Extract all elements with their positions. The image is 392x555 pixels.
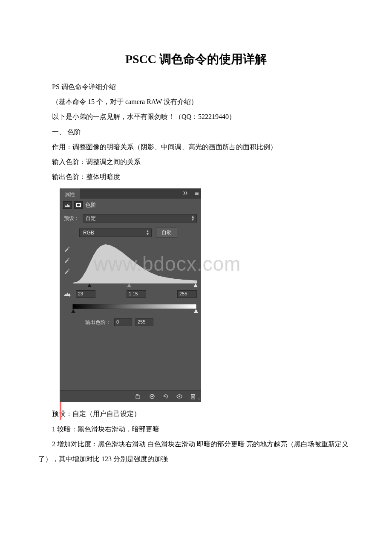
dropdown-stepper-icon: ▲▼ <box>191 215 195 221</box>
svg-point-13 <box>179 396 180 397</box>
auto-button[interactable]: 自动 <box>156 228 177 237</box>
panel-empty-area <box>60 330 201 390</box>
preset-label: 预设： <box>64 215 79 222</box>
output-white-slider[interactable] <box>194 309 198 313</box>
article-body: PS 调色命令详细介绍 （基本命令 15 个，对于 camera RAW 没有介… <box>38 79 354 184</box>
svg-rect-6 <box>68 257 70 260</box>
paragraph: 预设：自定（用户自己设定） <box>38 406 354 421</box>
input-gamma-field[interactable]: 1.15 <box>127 290 146 298</box>
channel-select[interactable]: RGB ▲▼ <box>79 228 152 237</box>
output-black-field[interactable]: 0 <box>114 318 132 326</box>
output-label: 输出色阶： <box>85 319 111 326</box>
paragraph: 2 增加对比度：黑色滑块右滑动 白色滑块左滑动 即暗的部分更暗 亮的地方越亮（黑… <box>38 436 354 466</box>
output-black-slider[interactable] <box>71 309 75 313</box>
svg-rect-1 <box>195 193 199 194</box>
input-black-slider[interactable] <box>87 283 92 287</box>
page-title: PSCC 调色命令的使用详解 <box>38 51 354 67</box>
clip-to-layer-icon[interactable] <box>135 393 142 400</box>
tab-properties[interactable]: 属性 <box>60 188 80 199</box>
resize-grip-icon[interactable] <box>196 397 200 401</box>
input-white-field[interactable]: 255 <box>177 290 197 298</box>
dropdown-stepper-icon: ▲▼ <box>146 230 150 236</box>
preset-value: 自定 <box>86 215 96 222</box>
svg-rect-14 <box>191 395 195 399</box>
adjustment-title: 色阶 <box>85 201 96 209</box>
reset-icon[interactable] <box>162 393 170 400</box>
svg-text:A: A <box>68 294 70 297</box>
svg-rect-0 <box>195 192 199 193</box>
paragraph: 以下是小弟的一点见解，水平有限勿喷！（QQ：522219440） <box>38 109 354 124</box>
properties-panel: 属性 色阶 预设 <box>60 188 201 402</box>
panel-tabbar: 属性 <box>60 188 201 199</box>
input-white-slider[interactable] <box>193 283 198 287</box>
svg-rect-9 <box>136 396 140 399</box>
collapse-icon[interactable] <box>183 191 188 196</box>
paragraph: （基本命令 15 个，对于 camera RAW 没有介绍） <box>38 94 354 109</box>
panel-footer <box>60 390 201 402</box>
svg-rect-15 <box>191 394 195 395</box>
output-gradient <box>72 304 197 309</box>
screenshot-levels-panel: 属性 色阶 预设 <box>60 188 354 402</box>
view-previous-icon[interactable] <box>148 393 156 400</box>
paragraph: PS 调色命令详细介绍 <box>38 79 354 94</box>
panel-menu-icon[interactable] <box>193 191 199 196</box>
white-point-eyedropper[interactable] <box>62 266 72 276</box>
input-gamma-slider[interactable] <box>127 283 131 287</box>
paragraph: 一、 色阶 <box>38 124 354 139</box>
visibility-icon[interactable] <box>176 393 183 400</box>
output-white-field[interactable]: 255 <box>135 318 153 326</box>
article-body-cont: 预设：自定（用户自己设定） 1 较暗：黑色滑块右滑动，暗部更暗 2 增加对比度：… <box>38 406 354 466</box>
black-point-eyedropper[interactable] <box>62 244 72 254</box>
preset-select[interactable]: 自定 ▲▼ <box>83 214 197 223</box>
svg-point-4 <box>77 204 80 206</box>
paragraph: 1 较暗：黑色滑块右滑动，暗部更暗 <box>38 422 354 436</box>
paragraph: 输入色阶：调整调之间的关系 <box>38 154 354 169</box>
histogram <box>73 243 197 283</box>
levels-icon <box>63 201 72 209</box>
svg-rect-7 <box>68 269 70 271</box>
gray-point-eyedropper[interactable] <box>62 255 72 265</box>
svg-rect-2 <box>195 194 199 195</box>
paragraph: 输出色阶：整体明暗度 <box>38 169 354 184</box>
input-black-field[interactable]: 23 <box>76 290 95 298</box>
on-image-adjust-icon[interactable]: A <box>63 291 72 298</box>
input-slider-track[interactable] <box>72 283 197 289</box>
svg-rect-5 <box>68 246 70 249</box>
mask-icon[interactable] <box>74 201 83 209</box>
output-slider-track[interactable] <box>72 309 197 314</box>
channel-value: RGB <box>83 230 94 236</box>
paragraph: 作用：调整图像的明暗关系（阴影、中间调、高光的画面所占的面积比例） <box>38 139 354 154</box>
